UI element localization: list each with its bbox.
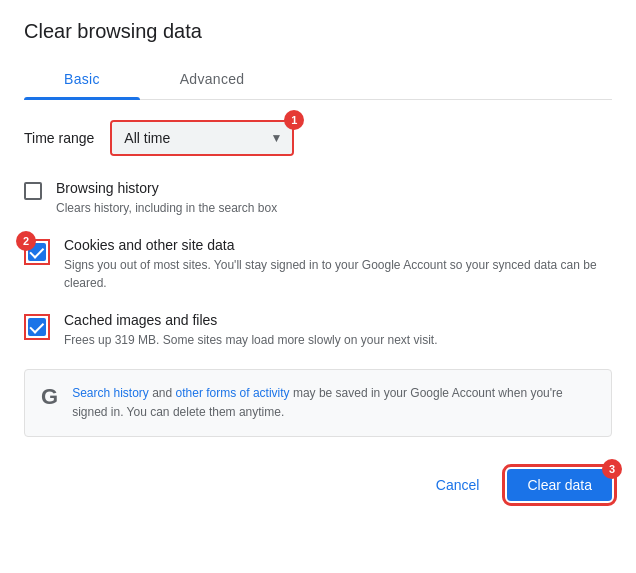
tab-basic[interactable]: Basic bbox=[24, 59, 140, 99]
cookies-checkbox-wrapper: 2 bbox=[24, 239, 50, 265]
cookies-desc: Signs you out of most sites. You'll stay… bbox=[64, 256, 612, 292]
time-range-select[interactable]: All time Last 4 weeks Last 7 days Last 2… bbox=[112, 122, 292, 154]
cookies-checkbox-border: 2 bbox=[24, 239, 50, 265]
browsing-history-text: Browsing history Clears history, includi… bbox=[56, 180, 612, 217]
badge-1: 1 bbox=[284, 110, 304, 130]
cached-images-checkbox-wrapper bbox=[24, 314, 50, 340]
clear-browsing-data-dialog: Clear browsing data Basic Advanced Time … bbox=[0, 0, 636, 573]
time-range-select-wrapper: All time Last 4 weeks Last 7 days Last 2… bbox=[110, 120, 294, 156]
notice-text-middle: and bbox=[149, 386, 176, 400]
dialog-footer: Cancel Clear data 3 bbox=[24, 461, 612, 501]
tab-advanced[interactable]: Advanced bbox=[140, 59, 285, 99]
cached-images-checkbox-border bbox=[24, 314, 50, 340]
time-range-label: Time range bbox=[24, 130, 94, 146]
tabs-bar: Basic Advanced bbox=[24, 59, 612, 100]
time-range-row: Time range All time Last 4 weeks Last 7 … bbox=[24, 120, 612, 156]
cancel-button[interactable]: Cancel bbox=[416, 469, 500, 501]
other-forms-link[interactable]: other forms of activity bbox=[176, 386, 290, 400]
clear-data-button[interactable]: Clear data bbox=[507, 469, 612, 501]
search-history-link[interactable]: Search history bbox=[72, 386, 149, 400]
badge-2: 2 bbox=[16, 231, 36, 251]
google-notice: G Search history and other forms of acti… bbox=[24, 369, 612, 437]
badge-3: 3 bbox=[602, 459, 622, 479]
browsing-history-desc: Clears history, including in the search … bbox=[56, 199, 612, 217]
time-range-select-container: All time Last 4 weeks Last 7 days Last 2… bbox=[110, 120, 294, 156]
cached-images-title: Cached images and files bbox=[64, 312, 612, 328]
option-cookies: 2 Cookies and other site data Signs you … bbox=[24, 237, 612, 292]
cached-images-checkbox[interactable] bbox=[28, 318, 46, 336]
browsing-history-title: Browsing history bbox=[56, 180, 612, 196]
cookies-title: Cookies and other site data bbox=[64, 237, 612, 253]
cached-images-text: Cached images and files Frees up 319 MB.… bbox=[64, 312, 612, 349]
browsing-history-checkbox[interactable] bbox=[24, 182, 42, 200]
notice-text: Search history and other forms of activi… bbox=[72, 384, 595, 422]
cookies-text: Cookies and other site data Signs you ou… bbox=[64, 237, 612, 292]
browsing-history-checkbox-wrapper bbox=[24, 182, 42, 200]
option-cached-images: Cached images and files Frees up 319 MB.… bbox=[24, 312, 612, 349]
cached-images-desc: Frees up 319 MB. Some sites may load mor… bbox=[64, 331, 612, 349]
option-browsing-history: Browsing history Clears history, includi… bbox=[24, 180, 612, 217]
google-g-icon: G bbox=[41, 386, 58, 408]
dialog-title: Clear browsing data bbox=[24, 16, 612, 43]
clear-button-wrapper: Clear data 3 bbox=[507, 469, 612, 501]
